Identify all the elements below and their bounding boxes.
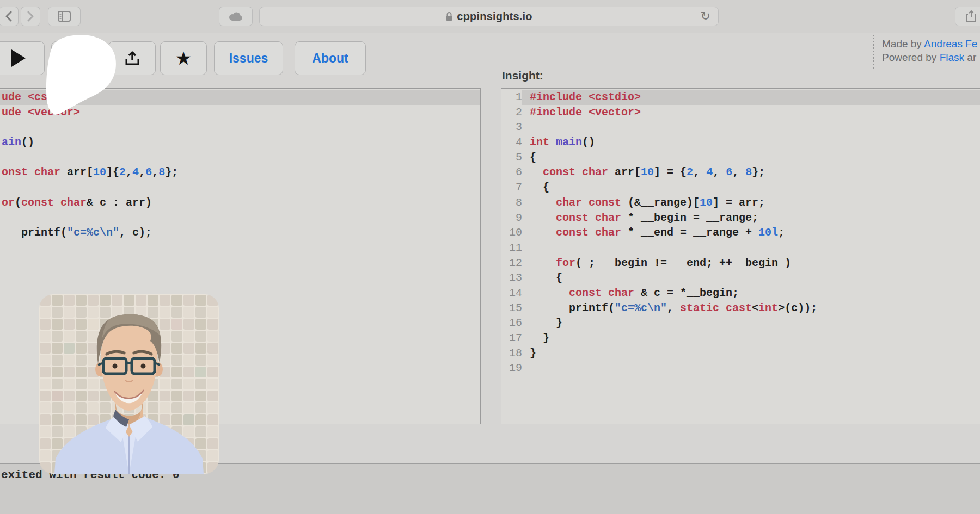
code-line[interactable] — [0, 256, 480, 271]
issues-button[interactable]: Issues — [214, 41, 283, 75]
forward-button[interactable] — [21, 7, 40, 26]
code-line[interactable]: 3 — [501, 120, 980, 135]
line-number: 16 — [501, 315, 522, 331]
line-number: 17 — [501, 331, 522, 346]
upload-icon — [124, 50, 140, 66]
code-line[interactable]: 14 const char & c = *__begin; — [501, 286, 980, 301]
share-button[interactable] — [955, 7, 980, 26]
code-line[interactable] — [0, 210, 480, 226]
insight-code-viewer[interactable]: 1#include <cstdio>2#include <vector>34in… — [501, 88, 980, 424]
author-link[interactable]: Andreas Fe — [924, 38, 977, 49]
line-number: 6 — [501, 165, 522, 180]
code-text: char const (&__range)[10] = arr; — [522, 195, 980, 210]
code-line[interactable]: 1#include <cstdio> — [501, 90, 980, 105]
share-icon — [966, 10, 977, 23]
code-text: const char & c = *__begin; — [522, 286, 980, 301]
reload-button[interactable]: ↻ — [701, 8, 710, 25]
code-line[interactable]: ain() — [0, 135, 480, 150]
cloud-icon — [228, 11, 243, 22]
hidden-button[interactable] — [51, 41, 103, 75]
code-text: printf("c=%c\n", c); — [0, 225, 480, 240]
code-line[interactable]: 17 } — [501, 331, 980, 346]
back-button[interactable] — [0, 7, 19, 26]
browser-chrome: cppinsights.io ↻ — [0, 0, 980, 33]
line-number: 15 — [501, 301, 522, 316]
lock-icon — [445, 11, 453, 21]
line-number: 10 — [501, 225, 522, 240]
code-line[interactable]: printf("c=%c\n", c); — [0, 225, 480, 240]
code-line[interactable]: ude <cstdio> — [0, 90, 480, 105]
play-icon — [11, 49, 26, 67]
url-field[interactable]: cppinsights.io ↻ — [259, 7, 719, 26]
upload-button[interactable] — [108, 41, 156, 75]
credits-divider — [873, 35, 874, 69]
code-line[interactable]: 7 { — [501, 180, 980, 195]
code-text: { — [522, 270, 980, 286]
code-text — [0, 210, 480, 226]
code-line[interactable] — [0, 240, 480, 256]
code-text — [0, 150, 480, 165]
code-text: { — [522, 180, 980, 195]
code-text — [522, 361, 980, 376]
credits-block: Made by Andreas Fe Powered by Flask ar — [882, 37, 977, 64]
code-line[interactable]: 18} — [501, 346, 980, 361]
code-line[interactable] — [0, 180, 480, 195]
code-line[interactable]: 13 { — [501, 270, 980, 286]
about-button[interactable]: About — [295, 41, 366, 75]
code-line[interactable]: ude <vector> — [0, 105, 480, 120]
code-line[interactable]: 19 — [501, 361, 980, 376]
url-text: cppinsights.io — [457, 10, 532, 23]
line-number: 3 — [501, 120, 522, 135]
line-number: 8 — [501, 195, 522, 210]
line-number: 7 — [501, 180, 522, 195]
insight-label: Insight: — [502, 69, 543, 82]
line-number: 14 — [501, 286, 522, 301]
line-number: 5 — [501, 150, 522, 165]
powered-by-text: Powered by — [882, 52, 940, 63]
code-text: or(const char& c : arr) — [0, 195, 480, 210]
code-line[interactable]: 11 — [501, 240, 980, 256]
code-text: const char * __end = __range + 10l; — [522, 225, 980, 240]
code-line[interactable]: 5{ — [501, 150, 980, 165]
code-line[interactable]: 15 printf("c=%c\n", static_cast<int>(c))… — [501, 301, 980, 316]
code-line[interactable]: 16 } — [501, 315, 980, 331]
code-text: } — [522, 331, 980, 346]
sidebar-toggle-button[interactable] — [48, 7, 81, 26]
line-number: 1 — [501, 90, 522, 105]
code-text: } — [522, 346, 980, 361]
code-line[interactable]: 8 char const (&__range)[10] = arr; — [501, 195, 980, 210]
code-text: ude <vector> — [0, 105, 480, 120]
code-line[interactable]: or(const char& c : arr) — [0, 195, 480, 210]
code-text — [0, 240, 480, 256]
sidebar-icon — [58, 11, 71, 22]
cloud-tabs-button[interactable] — [219, 7, 253, 26]
code-line[interactable]: 6 const char arr[10] = {2, 4, 6, 8}; — [501, 165, 980, 180]
star-button[interactable]: ★ — [160, 41, 207, 75]
code-text: for( ; __begin != __end; ++__begin ) — [522, 256, 980, 271]
code-line[interactable] — [0, 120, 480, 135]
avatar-photo — [39, 294, 219, 474]
code-line[interactable]: 4int main() — [501, 135, 980, 150]
code-line[interactable]: onst char arr[10]{2,4,6,8}; — [0, 165, 480, 180]
code-text — [522, 240, 980, 256]
line-number: 11 — [501, 240, 522, 256]
line-number: 9 — [501, 210, 522, 226]
code-text: printf("c=%c\n", static_cast<int>(c)); — [522, 301, 980, 316]
run-button[interactable] — [0, 41, 45, 75]
code-text: onst char arr[10]{2,4,6,8}; — [0, 165, 480, 180]
code-line[interactable]: 2#include <vector> — [501, 105, 980, 120]
page-toolbar: ★ Issues About Made by Andreas Fe Powere… — [0, 33, 980, 88]
made-by-line: Made by Andreas Fe — [882, 37, 977, 51]
code-text: ude <cstdio> — [0, 90, 480, 105]
code-line[interactable]: 10 const char * __end = __range + 10l; — [501, 225, 980, 240]
code-text — [0, 180, 480, 195]
code-line[interactable]: 9 const char * __begin = __range; — [501, 210, 980, 226]
line-number: 12 — [501, 256, 522, 271]
code-text: { — [522, 150, 980, 165]
code-line[interactable] — [0, 150, 480, 165]
chevron-right-icon — [27, 11, 34, 22]
star-icon: ★ — [175, 49, 192, 67]
code-text: const char * __begin = __range; — [522, 210, 980, 226]
flask-link[interactable]: Flask — [940, 52, 964, 63]
code-line[interactable]: 12 for( ; __begin != __end; ++__begin ) — [501, 256, 980, 271]
